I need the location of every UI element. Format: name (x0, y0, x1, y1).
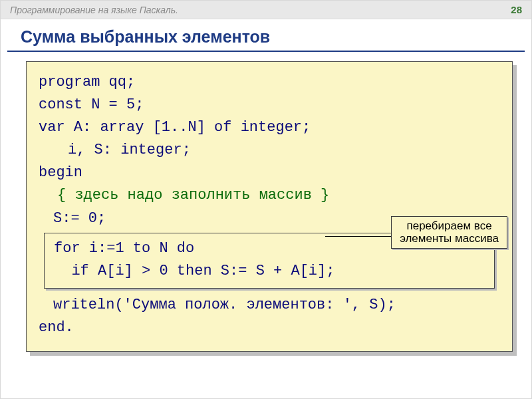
slide-heading: Сумма выбранных элементов (7, 19, 525, 52)
code-block: program qq; const N = 5; var A: array [1… (26, 61, 513, 352)
code-box: program qq; const N = 5; var A: array [1… (26, 61, 513, 352)
code-line: const N = 5; (39, 94, 500, 116)
callout-label: перебираем все элементы массива (391, 216, 507, 249)
highlight-box: перебираем все элементы массива for i:=1… (44, 233, 495, 289)
page-number: 28 (495, 4, 522, 15)
code-line: begin (39, 162, 500, 184)
slide: Программирование на языке Паскаль. 28 Су… (0, 0, 532, 399)
topbar-title: Программирование на языке Паскаль. (10, 5, 495, 15)
code-line: if A[i] > 0 then S:= S + A[i]; (54, 260, 487, 283)
code-line: i, S: integer; (39, 139, 500, 162)
code-line: program qq; (39, 71, 500, 94)
topbar: Программирование на языке Паскаль. 28 (1, 1, 531, 19)
callout-text-line: перебираем все (400, 219, 499, 233)
callout-connector (325, 236, 398, 237)
code-line: writeln('Сумма полож. элементов: ', S); (39, 294, 500, 317)
code-comment: { здесь надо заполнить массив } (39, 184, 500, 207)
code-line: end. (39, 317, 500, 339)
callout-text-line: элементы массива (400, 232, 499, 245)
code-line: var A: array [1..N] of integer; (39, 116, 500, 139)
